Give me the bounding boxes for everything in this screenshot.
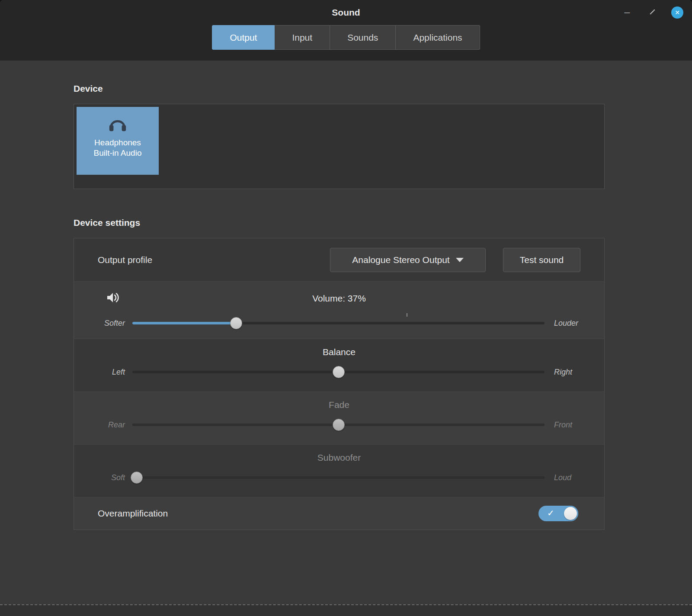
device-settings-heading: Device settings [74,217,605,228]
bottom-edge-divider [0,604,692,616]
output-profile-row: Output profile Analogue Stereo Output Te… [74,238,604,281]
overamplification-label: Overamplification [98,508,168,519]
device-tile-headphones[interactable]: Headphones Built-in Audio [77,107,159,175]
output-profile-selected-value: Analogue Stereo Output [352,255,449,265]
volume-softer-label: Softer [74,319,125,328]
balance-slider[interactable] [132,366,545,378]
fade-slider [132,419,545,431]
subwoofer-slider [132,472,545,484]
balance-caption: Balance [323,347,356,357]
main-content: Device Headphones Built-in Audio Device … [0,83,692,530]
volume-row: Volume: 37% Softer Louder [74,281,604,339]
output-profile-label: Output profile [98,255,152,265]
close-button[interactable]: ✕ [671,6,683,19]
fade-rear-label: Rear [74,420,125,430]
minimize-icon: ─ [625,8,630,17]
subwoofer-slider-track [132,476,545,479]
window-title: Sound [332,7,360,18]
toggle-knob[interactable] [564,507,577,520]
device-name: Headphones Built-in Audio [94,138,142,158]
device-list: Headphones Built-in Audio [74,104,605,189]
fade-row: Fade Rear Front [74,391,604,444]
subwoofer-loud-label: Loud [545,473,604,482]
volume-louder-label: Louder [545,319,604,328]
subwoofer-caption: Subwoofer [317,452,361,463]
window-controls: ─ ✕ [621,0,683,25]
check-icon: ✓ [547,508,554,518]
volume-caption: Volume: 37% [312,293,366,304]
tab-bar: Output Input Sounds Applications [0,25,692,50]
overamplification-toggle[interactable]: ✓ [538,506,578,521]
balance-row: Balance Left Right [74,339,604,391]
volume-slider-track[interactable] [132,322,545,324]
overamplification-row: Overamplification ✓ [74,497,604,529]
balance-right-label: Right [545,368,604,377]
tab-output[interactable]: Output [212,25,275,50]
tab-input[interactable]: Input [275,25,330,50]
subwoofer-row: Subwoofer Soft Loud [74,444,604,497]
fade-front-label: Front [545,420,604,430]
output-profile-dropdown[interactable]: Analogue Stereo Output [330,248,486,272]
fade-caption: Fade [329,400,349,410]
sound-settings-window: Sound ─ ✕ [0,0,692,616]
device-settings-panel: Output profile Analogue Stereo Output Te… [74,238,605,530]
fade-slider-handle [333,419,345,431]
tab-sounds[interactable]: Sounds [330,25,396,50]
headphones-icon [108,115,128,135]
window-header: Sound ─ ✕ [0,0,692,61]
restore-icon [649,8,656,17]
volume-slider[interactable] [132,317,545,329]
chevron-down-icon [456,258,464,262]
subwoofer-soft-label: Soft [74,473,125,482]
tab-applications[interactable]: Applications [396,25,480,50]
balance-left-label: Left [74,368,125,377]
speaker-volume-icon [106,292,120,305]
volume-100-percent-marker [407,313,407,317]
balance-slider-handle[interactable] [333,366,345,378]
titlebar[interactable]: Sound ─ ✕ [0,0,692,25]
restore-button[interactable] [646,6,658,19]
test-sound-button[interactable]: Test sound [503,248,580,272]
close-icon: ✕ [675,9,680,16]
volume-slider-handle[interactable] [230,317,242,329]
minimize-button[interactable]: ─ [621,6,633,19]
subwoofer-slider-handle [131,472,143,484]
volume-slider-fill [132,322,236,324]
device-section-heading: Device [74,83,605,94]
